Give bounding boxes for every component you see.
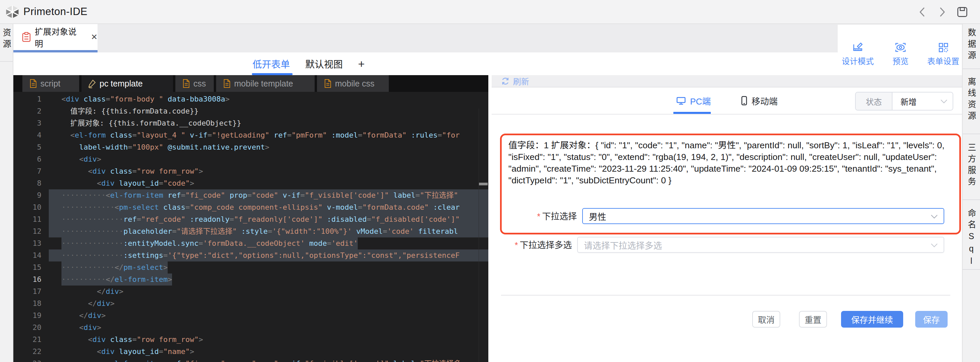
editor-tab-pc-template[interactable]: pc template — [81, 75, 173, 92]
code-line-19: 19 </div> — [13, 310, 488, 322]
code-line-7: 7 <div class="row form_row"> — [13, 165, 488, 177]
header-actions: 设计模式 预览 表单设置 — [842, 42, 959, 70]
cancel-button[interactable]: 取消 — [752, 311, 780, 328]
back-icon[interactable] — [916, 6, 928, 18]
tab-lowcode-form[interactable]: 低开表单 — [253, 52, 290, 75]
reset-button[interactable]: 重置 — [799, 311, 827, 328]
document-tab-strip: 扩展对象说明 ✕ — [13, 24, 962, 52]
line-number: 18 — [13, 298, 49, 310]
refresh-icon — [501, 77, 510, 86]
status-select[interactable]: 状态 新增 — [855, 92, 953, 111]
code-line-2: 2 值字段: {{this.formData.code}} — [13, 105, 488, 117]
file-icon — [223, 79, 231, 88]
form-settings-label: 表单设置 — [927, 55, 959, 67]
doc-tab-label: 扩展对象说明 — [35, 25, 85, 49]
design-mode-button[interactable]: 设计模式 — [842, 42, 874, 70]
code-line-13: 13··············:entityModel.sync='formD… — [13, 237, 488, 249]
preview-button[interactable]: 预览 — [892, 42, 908, 70]
line-number: 13 — [13, 237, 49, 249]
code-editor[interactable]: 1<div class="form-body " data-bba3008a>2… — [13, 92, 488, 362]
tab-default-view[interactable]: 默认视图 — [305, 52, 343, 75]
rail-item-label: 数据源 — [965, 28, 977, 68]
editor-scrollbar-track — [479, 108, 479, 362]
line-number: 21 — [13, 333, 49, 346]
line-number: 4 — [13, 129, 49, 141]
rail-item-0[interactable]: 资源 — [0, 24, 13, 62]
line-number: 2 — [13, 105, 49, 117]
preview-label: 预览 — [892, 55, 908, 67]
doc-tab-extension-object[interactable]: 扩展对象说明 ✕ — [13, 24, 97, 50]
editor-tab-label: script — [40, 79, 60, 89]
title-bar: Primeton-IDE — [0, 0, 980, 24]
rail-item-2[interactable]: 三方服务 — [963, 134, 980, 200]
required-mark: * — [537, 211, 541, 221]
editor-tab-mobile-template[interactable]: mobile template — [216, 75, 315, 92]
line-number: 14 — [13, 249, 49, 262]
app-logo-icon — [5, 5, 19, 19]
file-icon — [29, 79, 37, 88]
line-number: 11 — [13, 213, 49, 225]
code-line-15: 15············</pm-select> — [13, 262, 488, 273]
pencil-icon — [88, 79, 96, 88]
code-line-23: 23 <el-form-item ref="fi_name" prop="nam… — [13, 358, 488, 362]
line-number: 22 — [13, 346, 49, 358]
rail-item-label: 离线资源 — [965, 77, 977, 133]
line-number: 15 — [13, 262, 49, 273]
phone-icon — [741, 96, 748, 106]
design-mode-label: 设计模式 — [842, 55, 874, 67]
editor-tab-label: mobile css — [335, 79, 374, 89]
line-number: 20 — [13, 322, 49, 333]
app-title: Primeton-IDE — [23, 6, 88, 18]
file-icon — [182, 79, 190, 88]
editor-tab-label: css — [193, 79, 206, 89]
debug-text: 值字段：1 扩展对象：{ "id": "1", "code": "1", "na… — [508, 140, 954, 186]
code-line-17: 17 </div> — [13, 286, 488, 298]
line-number: 19 — [13, 310, 49, 322]
line-number: 17 — [13, 286, 49, 298]
design-mode-icon — [852, 42, 864, 53]
form-settings-icon — [937, 42, 949, 53]
monitor-icon — [676, 96, 686, 106]
field-label-multiselect: *下拉选择多选 — [502, 237, 572, 253]
tab-mobile[interactable]: 移动端 — [741, 87, 778, 114]
code-line-6: 6 <div> — [13, 153, 488, 165]
rail-item-1[interactable]: 离线资源 — [963, 69, 980, 134]
line-number: 5 — [13, 141, 49, 153]
editor-tab-mobile-css[interactable]: mobile css — [317, 75, 389, 92]
line-number: 16 — [13, 273, 49, 286]
save-and-continue-button[interactable]: 保存并继续 — [841, 311, 903, 328]
line-number: 12 — [13, 225, 49, 237]
add-view-button[interactable]: + — [358, 57, 365, 70]
editor-tab-label: pc template — [100, 79, 143, 89]
rail-item-3[interactable]: 命名Sql — [963, 200, 980, 270]
close-icon[interactable]: ✕ — [91, 32, 97, 42]
line-number: 1 — [13, 93, 49, 105]
form-settings-button[interactable]: 表单设置 — [927, 42, 959, 70]
dropdown-multiselect[interactable]: 请选择下拉选择多选 — [577, 237, 944, 253]
rail-item-0[interactable]: 数据源 — [963, 24, 980, 69]
code-line-1: 1<div class="form-body " data-bba3008a> — [13, 93, 488, 105]
file-icon — [324, 79, 332, 88]
right-rail: 数据源离线资源三方服务命名Sql — [962, 24, 980, 362]
code-line-21: 21 <div class="row form_row"> — [13, 333, 488, 346]
chevron-down-icon — [940, 99, 948, 104]
editor-tab-css[interactable]: css — [175, 75, 214, 92]
dropdown-select[interactable]: 男性 — [582, 208, 944, 224]
chevron-down-icon — [930, 214, 938, 219]
code-line-10: 10············<pm-select class="comp_cod… — [13, 202, 488, 213]
view-toolbar: 低开表单 默认视图 + — [13, 52, 962, 75]
refresh-bar: 刷新 — [492, 75, 962, 87]
editor-tab-label: mobile template — [234, 79, 293, 89]
line-number: 10 — [13, 202, 49, 213]
refresh-button[interactable]: 刷新 — [501, 75, 529, 87]
forward-icon[interactable] — [937, 6, 948, 18]
code-line-8: 8 <div layout_id="code"> — [13, 177, 488, 189]
editor-scrollbar-thumb[interactable] — [479, 183, 488, 185]
save-button[interactable]: 保存 — [915, 311, 948, 328]
editor-tab-script[interactable]: script — [22, 75, 79, 92]
tab-pc[interactable]: PC端 — [676, 87, 711, 114]
form-divider — [501, 295, 950, 295]
code-line-16: 16··········</el-form-item> — [13, 273, 488, 286]
preview-icon — [894, 42, 907, 53]
save-icon[interactable] — [957, 6, 968, 18]
